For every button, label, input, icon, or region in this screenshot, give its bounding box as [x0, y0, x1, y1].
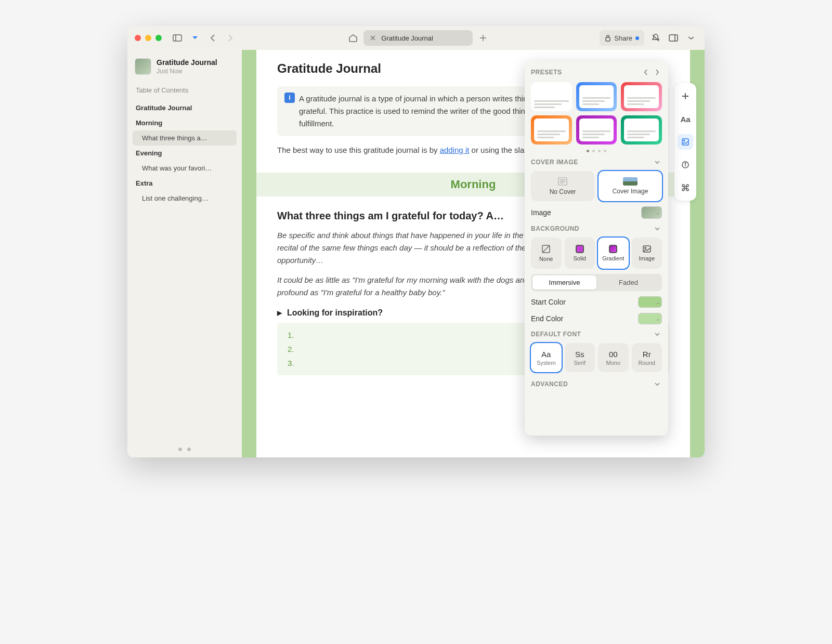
presets-next-button[interactable] — [653, 68, 662, 77]
svg-rect-2 — [606, 37, 610, 41]
document-title: Gratitude Journal — [157, 58, 217, 67]
font-section-toggle[interactable] — [653, 330, 662, 339]
view-mode-dropdown[interactable] — [189, 32, 201, 44]
end-color-label: End Color — [531, 314, 563, 323]
presets-prev-button[interactable] — [641, 68, 651, 77]
background-section-toggle[interactable] — [653, 224, 662, 233]
font-option-round[interactable]: RrRound — [632, 343, 662, 372]
right-rail: Aa — [674, 83, 696, 201]
document-header[interactable]: Gratitude Journal Just Now — [133, 56, 237, 83]
cover-section-toggle[interactable] — [653, 157, 662, 167]
new-tab-button[interactable] — [477, 32, 489, 44]
share-indicator-icon — [635, 36, 639, 40]
minimize-window-button[interactable] — [145, 35, 151, 41]
document-icon — [556, 177, 569, 186]
share-label: Share — [614, 34, 632, 42]
font-option-system[interactable]: AaSystem — [531, 343, 562, 372]
document-timestamp: Just Now — [157, 68, 217, 75]
bg-solid-option[interactable]: Solid — [565, 238, 595, 269]
panel-toggle-button[interactable] — [667, 32, 680, 44]
style-panel: PRESETS COVER IMAGE — [525, 61, 668, 436]
preset-tile[interactable] — [621, 82, 662, 111]
share-button[interactable]: Share — [600, 30, 644, 46]
content-area: Gratitude Journal i A gratitude journal … — [242, 50, 705, 457]
app-window: Gratitude Journal Share — [127, 26, 705, 457]
toc-item[interactable]: Extra — [133, 176, 237, 191]
no-cover-option[interactable]: No Cover — [531, 171, 594, 201]
preset-tile[interactable] — [531, 82, 572, 111]
document-thumbnail-icon — [135, 58, 151, 75]
font-tiles: AaSystemSsSerif00MonoRrRound — [531, 343, 662, 372]
more-menu-button[interactable] — [685, 32, 697, 44]
close-tab-button[interactable] — [369, 34, 377, 42]
home-button[interactable] — [347, 32, 359, 44]
start-color-label: Start Color — [531, 298, 566, 306]
image-label: Image — [531, 208, 551, 217]
disclosure-triangle-icon: ▶ — [277, 309, 282, 317]
info-panel-button[interactable] — [678, 157, 693, 173]
text-style-button[interactable]: Aa — [678, 111, 693, 127]
toc-item[interactable]: What three things a… — [133, 130, 237, 146]
cover-image-label: COVER IMAGE — [531, 159, 578, 166]
sidebar: Gratitude Journal Just Now Table of Cont… — [127, 50, 242, 457]
advanced-label: ADVANCED — [531, 380, 568, 388]
page-dot-icon[interactable] — [187, 448, 191, 451]
presets-grid — [531, 82, 662, 144]
advanced-section-toggle[interactable] — [653, 379, 662, 389]
font-option-mono[interactable]: 00Mono — [598, 343, 629, 372]
bg-mode-immersive[interactable]: Immersive — [532, 275, 596, 290]
add-link[interactable]: adding it — [440, 146, 470, 154]
toc-item[interactable]: Evening — [133, 146, 237, 161]
presets-label: PRESETS — [531, 69, 562, 76]
bg-none-option[interactable]: None — [531, 238, 562, 269]
none-icon — [541, 244, 551, 254]
solid-icon — [576, 245, 584, 253]
start-color-picker[interactable]: ⌄ — [638, 296, 662, 308]
info-icon: i — [284, 93, 295, 103]
toc-item[interactable]: Gratitude Journal — [133, 100, 237, 115]
bg-gradient-option[interactable]: Gradient — [598, 238, 629, 269]
paginator-dot-icon[interactable] — [598, 150, 601, 152]
cover-image-option[interactable]: Cover Image — [599, 171, 662, 201]
toc-list: Gratitude JournalMorningWhat three thing… — [133, 100, 237, 206]
tab-title: Gratitude Journal — [381, 34, 433, 42]
bg-mode-faded[interactable]: Faded — [596, 275, 660, 290]
preset-tile[interactable] — [621, 115, 662, 144]
svg-rect-0 — [173, 35, 181, 41]
paginator-dot-icon[interactable] — [592, 150, 595, 152]
font-option-serif[interactable]: SsSerif — [565, 343, 595, 372]
svg-point-6 — [684, 140, 685, 141]
landscape-icon — [623, 177, 638, 186]
nav-forward-button[interactable] — [224, 32, 237, 44]
toc-item[interactable]: List one challenging… — [133, 191, 237, 206]
preset-tile[interactable] — [576, 82, 617, 111]
font-label: DEFAULT FONT — [531, 331, 581, 338]
svg-rect-3 — [669, 35, 678, 41]
sidebar-pagination — [178, 448, 191, 451]
toc-heading: Table of Contents — [133, 83, 237, 97]
preset-tile[interactable] — [531, 115, 572, 144]
preset-tile[interactable] — [576, 115, 617, 144]
close-window-button[interactable] — [135, 35, 141, 41]
add-block-button[interactable] — [678, 88, 693, 104]
toc-item[interactable]: Morning — [133, 115, 237, 130]
appearance-panel-button[interactable] — [678, 134, 693, 150]
maximize-window-button[interactable] — [155, 35, 162, 41]
end-color-picker[interactable]: ⌄ — [638, 313, 662, 324]
nav-back-button[interactable] — [206, 32, 219, 44]
gradient-icon — [609, 245, 617, 253]
paginator-dot-icon[interactable] — [604, 150, 606, 152]
commands-button[interactable] — [678, 180, 693, 195]
notifications-button[interactable] — [649, 32, 662, 44]
background-label: BACKGROUND — [531, 225, 579, 232]
sidebar-toggle-button[interactable] — [171, 32, 184, 44]
lock-icon — [605, 34, 611, 42]
page-dot-icon[interactable] — [178, 448, 182, 451]
document-tab[interactable]: Gratitude Journal — [363, 30, 473, 46]
image-picker[interactable]: ⌄ — [641, 206, 662, 219]
image-icon — [642, 245, 652, 253]
svg-point-16 — [644, 247, 646, 249]
toc-item[interactable]: What was your favori… — [133, 161, 237, 176]
bg-image-option[interactable]: Image — [632, 238, 662, 269]
paginator-dot-icon[interactable] — [587, 150, 589, 152]
